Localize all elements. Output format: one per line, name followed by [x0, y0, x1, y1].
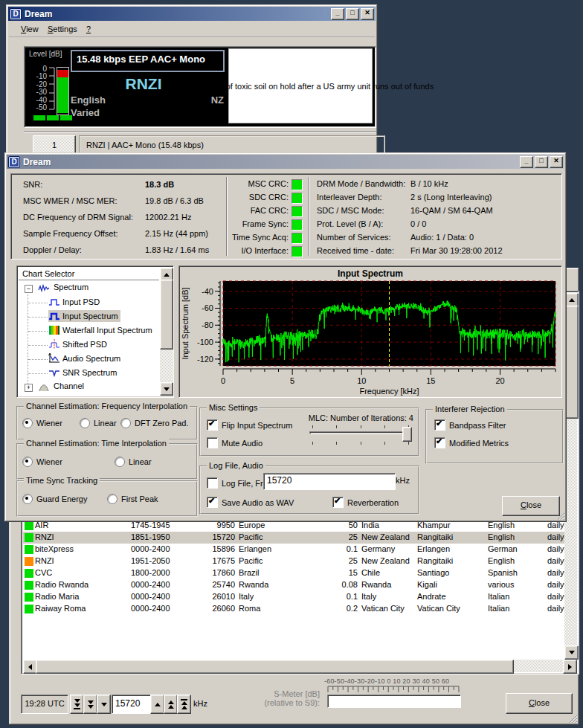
chart-selector-header: Chart Selector	[19, 268, 159, 280]
freq-step-up-100-button[interactable]	[177, 695, 191, 714]
audio-spectrum-icon	[48, 352, 60, 364]
status-square	[25, 545, 33, 554]
station-cell-power: 0.2	[321, 604, 358, 613]
tree-item-spectrum[interactable]: −Spectrum	[19, 282, 159, 296]
expand-icon[interactable]: +	[25, 384, 33, 392]
dream-app-icon: D	[8, 156, 20, 168]
collapse-icon[interactable]: −	[25, 285, 33, 293]
station-cell-power: 0.1	[321, 592, 358, 601]
stat-label: Doppler / Delay:	[23, 245, 82, 254]
radio-wiener[interactable]	[22, 418, 33, 428]
eval-close-button[interactable]: Close	[502, 496, 560, 516]
status-square	[25, 581, 33, 590]
freq-step-down-10-button[interactable]	[83, 695, 97, 714]
log-file-checkbox[interactable]	[207, 477, 218, 489]
svg-text:Frequency [kHz]: Frequency [kHz]	[359, 387, 419, 396]
save-audio-wav-checkbox[interactable]	[207, 497, 218, 508]
close-icon[interactable]: ✕	[550, 156, 563, 168]
resize-grip-icon[interactable]	[555, 511, 564, 520]
mlc-slider[interactable]	[309, 425, 412, 448]
station-row[interactable]: biteXpress0000-240015896Erlangen0.1Germa…	[23, 544, 564, 555]
scroll-right-icon[interactable]	[563, 660, 577, 674]
resize-grip-icon[interactable]	[567, 712, 577, 723]
stat-value: 12002.21 Hz	[145, 213, 191, 222]
station-cell-days: daily	[547, 604, 564, 613]
tree-item-shifted-psd[interactable]: Shifted PSD	[19, 338, 159, 352]
radio-guard-energy[interactable]	[22, 494, 33, 504]
station-cell-freq: 15720	[194, 532, 235, 541]
station-row[interactable]: Radio Rwanda0000-240025740Rwanda0.08Rwan…	[23, 579, 564, 591]
minimize-button[interactable]: _	[520, 156, 533, 168]
status-led	[292, 219, 303, 231]
tree-item-snr-spectrum[interactable]: SNR Spectrum	[19, 367, 159, 381]
stations-hscrollbar[interactable]	[23, 660, 577, 672]
level-meter-bar	[57, 67, 69, 115]
station-cell-country: Chile	[361, 568, 380, 577]
mute-audio-checkbox[interactable]	[207, 437, 218, 448]
station-row[interactable]: RNZI1951-205017675Pacific25New ZealandRa…	[23, 555, 564, 567]
evaluation-window-titlebar[interactable]: D Dream _ □ ✕	[7, 155, 564, 169]
frequency-input[interactable]: 15720	[112, 695, 155, 714]
station-cell-freq: 25740	[194, 580, 235, 589]
tree-item-waterfall-input-spectrum[interactable]: Waterfall Input Spectrum	[19, 324, 159, 338]
station-row[interactable]: CVC1800-200017860Brazil15ChileSantiagoSp…	[23, 567, 564, 579]
radio-linear[interactable]	[80, 418, 90, 428]
tree-connector	[28, 317, 48, 318]
stat-row: Received time - date:Fri Mar 30 19:28:00…	[317, 246, 560, 258]
station-cell-power: 0.1	[321, 544, 358, 553]
close-icon[interactable]: ✕	[361, 8, 374, 20]
svg-text:5: 5	[290, 376, 294, 385]
station-row[interactable]: RNZI1851-195015720Pacific25New ZealandRa…	[23, 532, 564, 544]
log-freq-input[interactable]: 15720	[263, 473, 396, 490]
checkbox-label: Modified Metrics	[449, 439, 509, 448]
svg-text:0: 0	[221, 376, 225, 385]
stat-row: SDC / MSC Mode:16-QAM / SM 64-QAM	[317, 206, 560, 218]
vscroll-thumb[interactable]	[160, 280, 173, 349]
tree-item-input-spectrum[interactable]: Input Spectrum	[19, 310, 159, 324]
radio-dft-zero-pad[interactable]	[120, 418, 131, 428]
maximize-button[interactable]: □	[535, 156, 548, 168]
freq-step-down-1-button[interactable]	[97, 695, 111, 714]
menu-view[interactable]: View	[21, 25, 39, 33]
waterfall-icon	[48, 324, 60, 336]
stat-label: Number of Services:	[317, 233, 391, 242]
khz-unit-label: kHz	[396, 476, 410, 485]
stat-value: 2 s (Long Interleaving)	[410, 193, 492, 202]
tree-item-channel[interactable]: +Channel	[19, 381, 159, 395]
stat-label: Received time - date:	[317, 246, 394, 255]
radio-first-peak[interactable]	[107, 494, 117, 504]
stats-left-column: SNR:18.3 dBMSC WMER / MSC MER:19.8 dB / …	[11, 174, 226, 259]
tree-item-audio-spectrum[interactable]: Audio Spectrum	[19, 352, 159, 367]
station-row[interactable]: Raiway Roma0000-240026060Roma0.2Vatican …	[23, 603, 564, 615]
freq-step-up-1-button[interactable]	[150, 695, 164, 714]
hscroll-thumb[interactable]	[36, 660, 514, 674]
scroll-down-icon[interactable]	[564, 645, 579, 660]
group-title: Channel Estimation: Time Interpolation	[24, 439, 169, 448]
program-type-display: Varied	[71, 107, 100, 118]
tree-scrollbar[interactable]	[160, 268, 172, 396]
freq-step-down-100-button[interactable]	[70, 695, 84, 714]
receiver-display: Level [dB] 0 -10 -20 -30 -40 -50 15.48 k…	[24, 46, 376, 128]
menu-help[interactable]: ?	[86, 25, 91, 33]
modified-metrics-checkbox[interactable]	[434, 437, 445, 448]
bandpass-filter-checkbox[interactable]	[434, 419, 445, 431]
smeter-scale-labels: -60-50-40-30-20-10 0 10 20 30 40 50 60	[324, 677, 463, 685]
menu-settings[interactable]: Settings	[48, 25, 77, 33]
radio-wiener[interactable]	[22, 457, 33, 467]
station-cell-freq: 26010	[194, 592, 235, 601]
tree-label-wrap: Spectrum	[51, 283, 91, 291]
minimize-button[interactable]: _	[331, 8, 344, 20]
flip-input-spectrum-checkbox[interactable]	[207, 419, 218, 431]
station-row[interactable]: Radio Maria0000-240026010Italy0.1ItalyAn…	[23, 591, 564, 603]
svg-text:20: 20	[495, 376, 504, 385]
scroll-down-icon[interactable]	[160, 382, 173, 396]
tree-item-input-psd[interactable]: Input PSD	[19, 296, 159, 310]
stations-close-button[interactable]: Close	[506, 693, 573, 714]
freq-step-up-10-button[interactable]	[164, 695, 178, 714]
main-window-titlebar[interactable]: D Dream _ □ ✕	[8, 7, 376, 21]
station-cell-language: Spanish	[488, 568, 518, 577]
reverberation-checkbox[interactable]	[332, 497, 344, 508]
radio-linear[interactable]	[115, 457, 125, 467]
slider-handle[interactable]	[402, 427, 412, 442]
maximize-button[interactable]: □	[346, 8, 359, 20]
